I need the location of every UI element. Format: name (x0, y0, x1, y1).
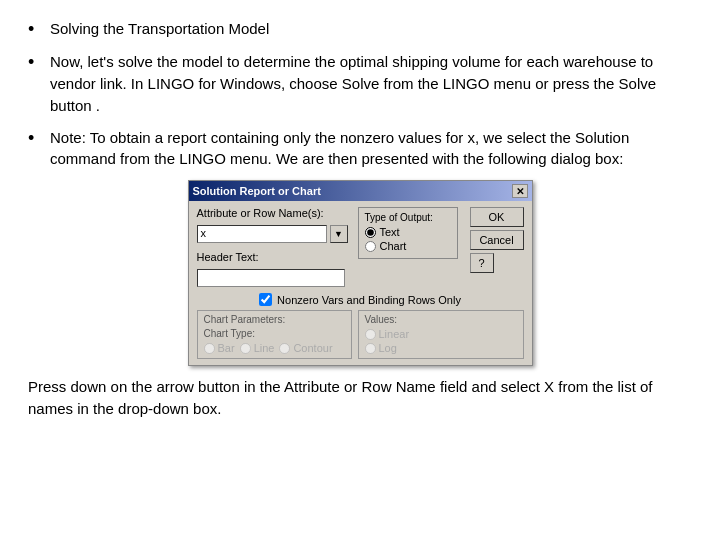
chart-contour-radio (279, 343, 290, 354)
chart-line-row: Line (240, 342, 275, 354)
type-chart-label: Chart (380, 240, 407, 252)
type-chart-radio[interactable] (365, 241, 376, 252)
bullet-dot: • (28, 51, 46, 74)
dialog-container: Solution Report or Chart ✕ Attribute or … (28, 180, 692, 366)
dialog-close-button[interactable]: ✕ (512, 184, 528, 198)
help-button[interactable]: ? (470, 253, 494, 273)
value-linear-radio (365, 329, 376, 340)
header-textbox[interactable] (197, 269, 345, 287)
value-linear-row: Linear (365, 328, 517, 340)
chart-params-group: Chart Parameters: Chart Type: Bar Line (197, 310, 352, 359)
value-log-row: Log (365, 342, 517, 354)
bullet-list: • Solving the Transportation Model • Now… (28, 18, 692, 170)
chart-bar-label: Bar (218, 342, 235, 354)
values-group: Values: Linear Log (358, 310, 524, 359)
chart-contour-row: Contour (279, 342, 332, 354)
value-label: Values: (365, 314, 517, 325)
attribute-row: Attribute or Row Name(s): x ▼ Header Tex… (197, 207, 524, 287)
checkbox-label: Nonzero Vars and Binding Rows Only (277, 294, 461, 306)
section-row: Chart Parameters: Chart Type: Bar Line (197, 310, 524, 359)
list-item: • Solving the Transportation Model (28, 18, 692, 41)
page-content: • Solving the Transportation Model • Now… (0, 0, 720, 438)
chart-contour-label: Contour (293, 342, 332, 354)
dialog-buttons: OK Cancel ? (470, 207, 524, 273)
chart-line-radio (240, 343, 251, 354)
header-label: Header Text: (197, 251, 350, 263)
bullet-dot: • (28, 18, 46, 41)
chart-type-radios: Bar Line Contour (204, 342, 345, 354)
chart-bar-radio (204, 343, 215, 354)
checkbox-row: Nonzero Vars and Binding Rows Only (197, 293, 524, 306)
dialog-body: Attribute or Row Name(s): x ▼ Header Tex… (189, 201, 532, 365)
attribute-input-row: x ▼ (197, 225, 350, 243)
value-log-radio (365, 343, 376, 354)
chart-bar-row: Bar (204, 342, 235, 354)
bullet-dot: • (28, 127, 46, 150)
solution-dialog: Solution Report or Chart ✕ Attribute or … (188, 180, 533, 366)
type-chart-radio-row: Chart (365, 240, 451, 252)
chart-params-label: Chart Parameters: (204, 314, 345, 325)
type-text-radio[interactable] (365, 227, 376, 238)
type-text-label: Text (380, 226, 400, 238)
bullet-text-1: Solving the Transportation Model (50, 18, 269, 40)
value-linear-label: Linear (379, 328, 410, 340)
bullet-text-2: Now, let's solve the model to determine … (50, 51, 692, 116)
type-output-label: Type of Output: (365, 212, 451, 223)
attribute-dropdown-button[interactable]: ▼ (330, 225, 348, 243)
list-item: • Note: To obtain a report containing on… (28, 127, 692, 171)
dialog-titlebar: Solution Report or Chart ✕ (189, 181, 532, 201)
type-text-radio-row: Text (365, 226, 451, 238)
type-output-group: Type of Output: Text Chart (358, 207, 458, 259)
ok-button[interactable]: OK (470, 207, 524, 227)
value-log-label: Log (379, 342, 397, 354)
nonzero-checkbox[interactable] (259, 293, 272, 306)
cancel-button[interactable]: Cancel (470, 230, 524, 250)
attribute-label: Attribute or Row Name(s): (197, 207, 350, 219)
dialog-title: Solution Report or Chart (193, 185, 321, 197)
attribute-value: x (201, 227, 207, 239)
chart-line-label: Line (254, 342, 275, 354)
chart-type-label: Chart Type: (204, 328, 345, 339)
bullet-text-3: Note: To obtain a report containing only… (50, 127, 692, 171)
list-item: • Now, let's solve the model to determin… (28, 51, 692, 116)
footer-text: Press down on the arrow button in the At… (28, 376, 692, 420)
attribute-col: Attribute or Row Name(s): x ▼ Header Tex… (197, 207, 350, 287)
attribute-textbox[interactable]: x (197, 225, 327, 243)
